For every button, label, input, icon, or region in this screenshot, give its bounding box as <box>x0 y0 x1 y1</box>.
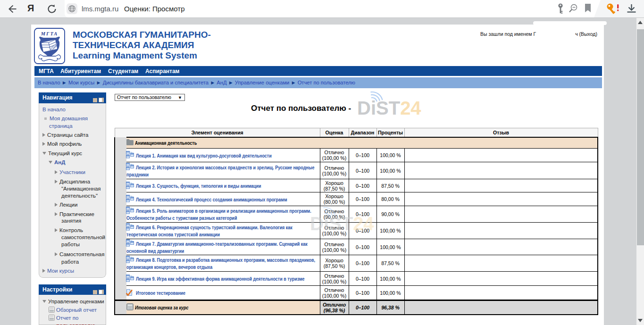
svg-text:МГТА: МГТА <box>41 31 58 36</box>
